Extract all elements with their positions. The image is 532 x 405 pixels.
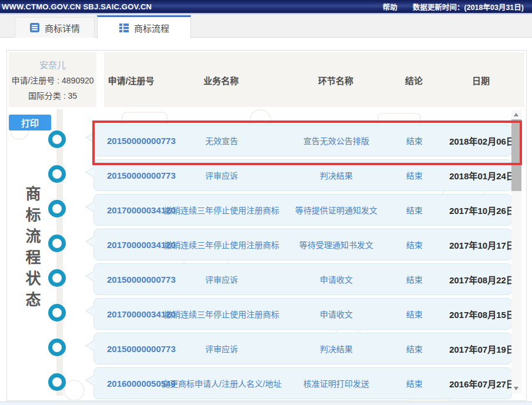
row-conclusion: 结束 xyxy=(391,195,438,225)
row-date: 2017年08月15日 xyxy=(441,299,523,329)
timeline-circle-icon xyxy=(48,165,66,183)
watermark-shape xyxy=(63,380,85,401)
process-row[interactable]: 20170000034120 撤销连续三年停止使用注册商标 等待受理通知书发文 … xyxy=(93,229,512,260)
scroll-up-arrow[interactable] xyxy=(511,110,521,119)
row-step-name: 申请收文 xyxy=(272,299,401,329)
timeline-circle-icon xyxy=(48,130,66,148)
row-business-name: 撤销连续三年停止使用注册商标 xyxy=(154,195,289,225)
row-conclusion: 结束 xyxy=(391,264,438,294)
top-bar: WWW.CTMO.GOV.CN SBJ.SAIC.GOV.CN 帮助 数据更新时… xyxy=(0,0,532,13)
tab-trademark-process[interactable]: 商标流程 xyxy=(97,15,191,38)
bubble-tail-icon xyxy=(86,306,95,316)
timeline-circle-icon xyxy=(48,269,66,287)
triangle-down-icon xyxy=(514,387,518,390)
scroll-down-arrow[interactable] xyxy=(511,384,521,393)
row-business-name: 评审应诉 xyxy=(154,333,289,364)
print-button[interactable]: 打印 xyxy=(9,115,51,130)
col-header-conclusion: 结论 xyxy=(405,73,423,86)
tab-label: 商标流程 xyxy=(134,22,169,34)
list-grid-icon xyxy=(119,22,129,33)
bubble-tail-icon xyxy=(86,202,95,212)
bubble-tail-icon xyxy=(86,133,95,142)
row-conclusion: 结束 xyxy=(391,299,438,329)
row-step-name: 申请收文 xyxy=(272,264,401,294)
process-status-vertical-label: 商标流程状态 xyxy=(21,186,43,313)
bubble-tail-icon xyxy=(86,237,95,246)
trademark-info-box: 安奈儿 申请/注册号 : 4890920 国际分类 : 35 xyxy=(9,52,96,107)
row-date: 2018年02月06日 xyxy=(441,125,523,156)
timeline-circle-icon xyxy=(48,200,66,217)
row-business-name: 撤销连续三年停止使用注册商标 xyxy=(154,299,289,329)
row-business-name: 变更商标申请人/注册人名义/地址 xyxy=(154,368,289,399)
document-icon xyxy=(29,22,40,33)
row-conclusion: 结束 xyxy=(391,125,438,156)
process-row[interactable]: 20150000000773 无效宣告 宣告无效公告排版 结束 2018年02月… xyxy=(93,125,512,156)
row-business-name: 撤销连续三年停止使用注册商标 xyxy=(154,229,289,260)
row-date: 2016年07月27日 xyxy=(441,368,523,399)
row-business-name: 评审应诉 xyxy=(154,264,289,294)
process-row[interactable]: 20150000000773 评审应诉 判决结果 结束 2017年07月19日 xyxy=(93,333,512,364)
help-link[interactable]: 帮助 xyxy=(383,1,397,12)
row-date: 2017年10月17日 xyxy=(441,229,523,260)
row-step-name: 判决结果 xyxy=(272,160,401,190)
row-business-name: 评审应诉 xyxy=(154,160,289,190)
process-row[interactable]: 20170000034120 撤销连续三年停止使用注册商标 等待提供证明通知发文… xyxy=(93,194,512,226)
triangle-up-icon xyxy=(514,113,518,116)
row-step-name: 等待受理通知书发文 xyxy=(272,229,401,260)
row-step-name: 判决结果 xyxy=(272,333,401,364)
process-row[interactable]: 20150000000773 评审应诉 申请收文 结束 2017年08月22日 xyxy=(93,263,512,295)
tab-bar: 商标详情 商标流程 xyxy=(0,15,532,38)
row-conclusion: 结束 xyxy=(391,368,438,399)
row-step-name: 核准证明打印发送 xyxy=(272,368,401,399)
row-conclusion: 结束 xyxy=(391,160,438,190)
scrollbar[interactable] xyxy=(511,110,521,393)
process-row[interactable]: 20150000000773 评审应诉 判决结果 结束 2018年01月24日 xyxy=(93,159,512,191)
scroll-thumb[interactable] xyxy=(511,119,521,191)
process-row[interactable]: 20160000050549 变更商标申请人/注册人名义/地址 核准证明打印发送… xyxy=(93,367,512,399)
row-date: 2017年07月19日 xyxy=(441,333,523,364)
col-header-step: 环节名称 xyxy=(318,73,353,86)
tab-trademark-details[interactable]: 商标详情 xyxy=(15,17,95,38)
row-business-name: 无效宣告 xyxy=(154,125,289,156)
col-header-date: 日期 xyxy=(472,73,490,86)
row-date: 2017年08月22日 xyxy=(441,264,523,294)
row-date: 2017年10月26日 xyxy=(441,195,523,225)
row-conclusion: 结束 xyxy=(391,333,438,364)
bubble-tail-icon xyxy=(86,168,95,177)
col-header-registration: 申请/注册号 xyxy=(108,73,154,86)
bubble-tail-icon xyxy=(86,272,95,281)
timeline-circle-icon xyxy=(48,339,66,356)
row-date: 2018年01月24日 xyxy=(441,160,523,190)
col-header-business: 业务名称 xyxy=(203,73,239,86)
site-urls: WWW.CTMO.GOV.CN SBJ.SAIC.GOV.CN xyxy=(0,2,152,11)
process-row-list: 20150000000773 无效宣告 宣告无效公告排版 结束 2018年02月… xyxy=(93,125,512,402)
timeline-circle-icon xyxy=(48,235,66,252)
bubble-tail-icon xyxy=(86,341,95,350)
table-header: 申请/注册号 业务名称 环节名称 结论 日期 xyxy=(104,52,524,107)
bubble-tail-icon xyxy=(86,376,95,385)
registration-number: 申请/注册号 : 4890920 xyxy=(11,74,93,86)
timeline-circle-icon xyxy=(48,373,66,391)
row-step-name: 等待提供证明通知发文 xyxy=(272,195,401,225)
process-row[interactable]: 20170000034120 撤销连续三年停止使用注册商标 申请收文 结束 20… xyxy=(93,298,512,330)
tab-label: 商标详情 xyxy=(45,22,80,34)
timeline-circle-icon xyxy=(48,304,66,322)
international-class: 国际分类 : 35 xyxy=(28,89,77,101)
row-step-name: 宣告无效公告排版 xyxy=(272,125,401,156)
trademark-name: 安奈儿 xyxy=(39,58,66,71)
main-panel: 安奈儿 申请/注册号 : 4890920 国际分类 : 35 申请/注册号 业务… xyxy=(6,50,527,401)
data-updated-label: 数据更新时间：(2018年03月31日) xyxy=(413,1,524,12)
row-conclusion: 结束 xyxy=(391,229,438,260)
